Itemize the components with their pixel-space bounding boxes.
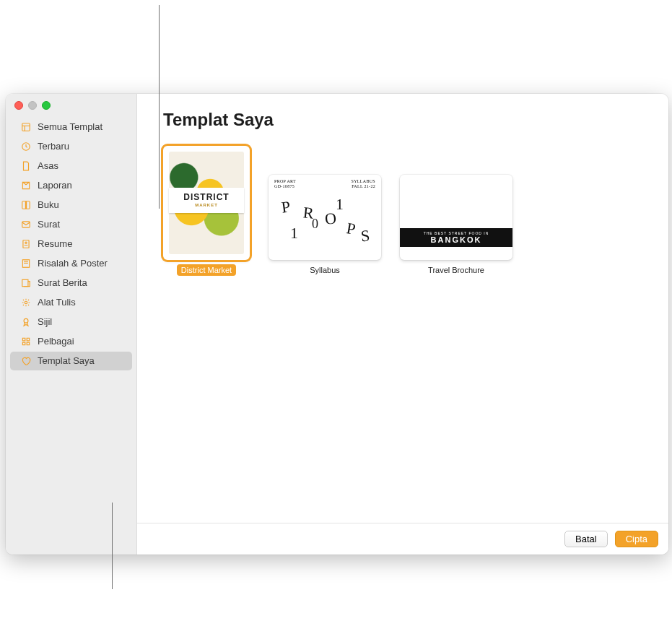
window-controls [6,94,136,114]
clock-icon [20,141,32,152]
stationery-icon [20,297,32,308]
sidebar-item-label: Terbaru [38,140,125,153]
thumb-text: BANGKOK [400,235,512,244]
poster-icon [20,258,32,269]
window-minimize-button[interactable] [28,101,37,110]
svg-rect-0 [22,123,30,131]
sidebar-item-label: Surat Berita [38,277,125,290]
template-chooser-window: Semua TemplatTerbaruAsasLaporanBukuSurat… [6,94,668,555]
sidebar-item-sijil[interactable]: Sijil [10,313,132,331]
template-caption: Syllabus [305,264,344,276]
misc-icon [20,336,32,347]
sidebar-item-label: Templat Saya [38,355,125,368]
sidebar-item-surat-berita[interactable]: Surat Berita [10,274,132,292]
create-button[interactable]: Cipta [615,531,658,547]
svg-point-11 [25,301,27,304]
svg-point-6 [25,242,27,243]
window-maximize-button[interactable] [42,101,51,110]
sidebar-item-surat[interactable]: Surat [10,215,132,234]
svg-point-12 [24,318,28,323]
cert-icon [20,316,32,328]
footer: Batal Cipta [137,523,668,555]
thumb-text: MARKET [170,203,243,207]
sidebar-item-terbaru[interactable]: Terbaru [10,137,132,156]
sidebar-item-label: Surat [38,218,125,231]
sidebar-item-label: Risalah & Poster [38,257,125,270]
sidebar-item-risalah-poster[interactable]: Risalah & Poster [10,254,132,273]
sidebar-item-label: Pelbagai [38,335,125,348]
sidebar-list: Semua TemplatTerbaruAsasLaporanBukuSurat… [6,114,136,374]
svg-rect-14 [27,338,30,341]
svg-rect-10 [22,279,28,286]
template-travel-brochure[interactable]: THE BEST STREET FOOD IN BANGKOK Travel B… [400,175,512,276]
template-caption: Travel Brochure [424,264,489,276]
report-icon [20,180,32,191]
sidebar-item-label: Laporan [38,179,125,192]
template-thumbnail: THE BEST STREET FOOD IN BANGKOK [400,175,512,260]
page-title: Templat Saya [163,110,642,130]
resume-icon [20,238,32,250]
sidebar-item-pelbagai[interactable]: Pelbagai [10,332,132,351]
cancel-button[interactable]: Batal [564,531,608,547]
sidebar-item-label: Asas [38,160,125,173]
sidebar-item-label: Alat Tulis [38,296,125,309]
heart-icon [20,355,32,367]
news-icon [20,277,32,289]
sidebar: Semua TemplatTerbaruAsasLaporanBukuSurat… [6,94,137,555]
sidebar-item-asas[interactable]: Asas [10,157,132,175]
sidebar-item-label: Semua Templat [38,121,125,134]
sidebar-item-alat-tulis[interactable]: Alat Tulis [10,293,132,312]
template-syllabus[interactable]: PROP ART GD-10875 SYLLABUS FALL 21-22 P … [269,175,381,276]
sidebar-item-label: Sijil [38,316,125,329]
template-icon [20,121,32,133]
envelope-icon [20,219,32,230]
sidebar-item-semua-templat[interactable]: Semua Templat [10,118,132,136]
window-close-button[interactable] [14,101,23,110]
svg-rect-15 [22,342,25,345]
sidebar-item-laporan[interactable]: Laporan [10,176,132,195]
template-caption: District Market [177,264,236,276]
callout-line-template [159,5,160,209]
thumb-text: DISTRICT [170,192,243,202]
callout-line-sidebar [112,503,113,589]
thumb-text: P R O P S 1 1 0 [269,175,381,260]
sidebar-item-buku[interactable]: Buku [10,196,132,214]
svg-rect-16 [27,342,30,345]
main-content: Templat Saya DISTRICT MARKET Distric [137,94,668,523]
templates-row: DISTRICT MARKET District Market PROP ART [163,146,642,276]
svg-rect-13 [22,338,25,341]
sidebar-item-templat-saya[interactable]: Templat Saya [10,352,132,370]
template-thumbnail: DISTRICT MARKET [163,146,250,260]
sidebar-item-label: Resume [38,238,125,251]
doc-icon [20,160,32,172]
book-icon [20,199,32,211]
template-thumbnail: PROP ART GD-10875 SYLLABUS FALL 21-22 P … [269,175,381,260]
sidebar-item-label: Buku [38,199,125,212]
template-district-market[interactable]: DISTRICT MARKET District Market [163,146,250,276]
sidebar-item-resume[interactable]: Resume [10,235,132,253]
